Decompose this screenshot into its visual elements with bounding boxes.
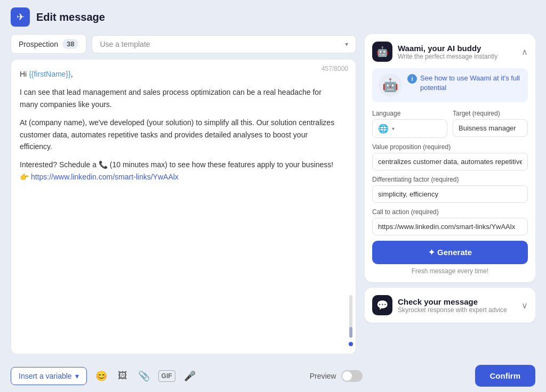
check-title: Check your message: [398, 297, 507, 306]
char-count: 457/8000: [322, 65, 348, 72]
diff-factor-label: Differentiating factor (required): [372, 176, 528, 183]
value-prop-input[interactable]: [372, 153, 528, 170]
scroll-dot: [349, 342, 353, 346]
left-panel: Prospection 38 Use a template ▾ 457/8000…: [11, 34, 356, 354]
attachment-button[interactable]: 📎: [136, 368, 152, 384]
diff-factor-input[interactable]: [372, 185, 528, 203]
check-subtitle: Skyrocket response with expert advice: [398, 306, 507, 314]
bottom-toolbar: Insert a variable ▾ 😊 🖼 📎 GIF 🎤 Preview …: [0, 360, 546, 392]
image-button[interactable]: 🖼: [116, 368, 130, 383]
count-badge: 38: [62, 39, 78, 49]
info-icon: i: [407, 74, 417, 84]
page-title: Edit message: [36, 11, 105, 23]
target-label: Target (required): [453, 110, 528, 117]
prospection-label: Prospection 38: [11, 34, 86, 54]
ai-subtitle: Write the perfect message instantly: [398, 53, 497, 60]
cta-label: Call to action (required): [372, 208, 528, 216]
robot-avatar: 🤖: [379, 74, 402, 97]
main-layout: Prospection 38 Use a template ▾ 457/8000…: [0, 34, 546, 360]
generate-button[interactable]: ✦ Generate: [372, 241, 528, 264]
message-content: Hi {{firstName}}, I can see that lead ma…: [20, 68, 347, 340]
preview-label: Preview: [310, 372, 336, 380]
language-select[interactable]: 🌐 ▾: [372, 119, 447, 138]
bottom-left: Insert a variable ▾ 😊 🖼 📎 GIF 🎤: [11, 367, 198, 385]
ai-header: 🤖 Waami, your AI buddy Write the perfect…: [372, 42, 528, 62]
smart-link[interactable]: https://www.linkedin.com/smart-links/YwA…: [31, 173, 179, 181]
language-target-row: Language 🌐 ▾ Target (required): [372, 110, 528, 138]
language-group: Language 🌐 ▾: [372, 110, 447, 138]
robot-tip-text: See how to use Waami at it's full potent…: [420, 74, 521, 93]
toggle-thumb: [342, 371, 352, 381]
confirm-button[interactable]: Confirm: [475, 365, 536, 387]
robot-tip: 🤖 i See how to use Waami at it's full po…: [372, 68, 528, 102]
toolbar-row: Prospection 38 Use a template ▾: [11, 34, 356, 54]
check-icon: 💬: [372, 295, 392, 315]
cta-input[interactable]: [372, 218, 528, 235]
app-icon: ✈: [11, 7, 30, 27]
right-panel: 🤖 Waami, your AI buddy Write the perfect…: [365, 34, 535, 354]
chevron-down-icon: ▾: [345, 40, 348, 48]
generate-note: Fresh message every time!: [372, 267, 528, 275]
diff-factor-group: Differentiating factor (required): [372, 176, 528, 203]
top-bar: ✈ Edit message: [0, 0, 546, 34]
ai-header-left: 🤖 Waami, your AI buddy Write the perfect…: [372, 42, 497, 62]
template-dropdown[interactable]: Use a template ▾: [92, 35, 356, 53]
check-message-card[interactable]: 💬 Check your message Skyrocket response …: [365, 288, 535, 323]
insert-variable-button[interactable]: Insert a variable ▾: [11, 367, 87, 385]
language-label: Language: [372, 110, 447, 117]
preview-section: Preview: [310, 370, 363, 382]
preview-toggle[interactable]: [341, 370, 363, 382]
scroll-indicator: [349, 295, 352, 338]
chevron-down-icon: ▾: [75, 372, 79, 380]
value-prop-group: Value proposition (required): [372, 143, 528, 170]
check-left: 💬 Check your message Skyrocket response …: [372, 295, 507, 315]
ai-title: Waami, your AI buddy: [398, 44, 497, 53]
collapse-button[interactable]: ∧: [521, 47, 528, 57]
robot-tip-content: i See how to use Waami at it's full pote…: [407, 74, 521, 93]
lang-chevron-icon: ▾: [392, 126, 395, 132]
gif-button[interactable]: GIF: [158, 370, 175, 382]
flag-icon: 🌐: [378, 124, 389, 134]
ai-card: 🤖 Waami, your AI buddy Write the perfect…: [365, 34, 535, 282]
target-group: Target (required): [453, 110, 528, 138]
ai-icon: 🤖: [372, 42, 392, 62]
value-prop-label: Value proposition (required): [372, 143, 528, 151]
message-editor[interactable]: 457/8000 Hi {{firstName}}, I can see tha…: [11, 59, 356, 354]
firstname-tag: {{firstName}}: [29, 70, 71, 78]
mic-button[interactable]: 🎤: [182, 368, 198, 384]
expand-icon: ∨: [521, 300, 528, 311]
emoji-button[interactable]: 😊: [93, 368, 109, 384]
scroll-thumb: [349, 327, 352, 338]
target-input[interactable]: [453, 119, 528, 137]
cta-group: Call to action (required): [372, 208, 528, 235]
